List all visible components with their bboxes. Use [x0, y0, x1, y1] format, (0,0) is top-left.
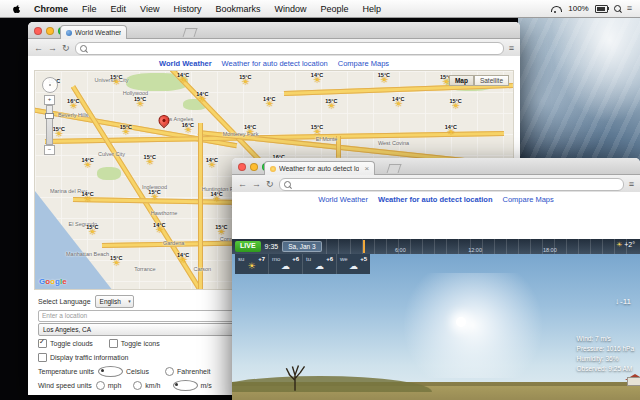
tab-world-weather[interactable]: World Weather: [60, 25, 127, 39]
new-tab-button[interactable]: [387, 164, 402, 173]
forward-icon[interactable]: →: [48, 44, 57, 53]
checkbox-checked-icon: [38, 339, 47, 348]
nav-link-world-weather[interactable]: World Weather: [318, 195, 368, 204]
menu-bar: ChromeFileEditViewHistoryBookmarksWindow…: [0, 0, 640, 18]
weather-marker[interactable]: 14°C☀: [177, 252, 189, 265]
menu-window[interactable]: Window: [267, 4, 313, 14]
forecast-day-mo[interactable]: mo+6☁: [269, 254, 303, 274]
weather-marker[interactable]: 14°C☀: [311, 71, 323, 84]
live-button[interactable]: LIVE: [235, 241, 261, 251]
timeline-cursor[interactable]: [363, 240, 365, 253]
forecast-day-we[interactable]: we+5☁: [337, 254, 370, 274]
toggle-icons-checkbox[interactable]: Toggle icons: [109, 339, 160, 348]
forward-icon[interactable]: →: [252, 180, 261, 189]
menu-history[interactable]: History: [166, 4, 208, 14]
window-titlebar[interactable]: World Weather: [28, 22, 520, 39]
traffic-checkbox[interactable]: Display traffic information: [38, 353, 128, 362]
wind-option-kmh[interactable]: km/h: [133, 381, 160, 390]
forecast-day-su[interactable]: su+7☀: [235, 254, 269, 274]
nav-link-compare-maps[interactable]: Compare Maps: [502, 195, 553, 204]
weather-marker[interactable]: 14°C☀: [445, 123, 457, 136]
window-titlebar[interactable]: Weather for auto detect lo ×: [232, 158, 640, 175]
nav-link-world-weather[interactable]: World Weather: [159, 59, 212, 68]
language-select[interactable]: English ▾: [95, 295, 134, 308]
zoom-slider-handle[interactable]: [45, 113, 54, 119]
forecast-panel: su+7☀mo+6☁tu+6☁we+5☁: [235, 254, 370, 274]
reload-icon[interactable]: ↻: [266, 180, 274, 189]
close-window-button[interactable]: [238, 163, 246, 171]
notification-center-icon[interactable]: ≡: [627, 4, 632, 13]
forecast-day-tu[interactable]: tu+6☁: [303, 254, 337, 274]
weather-marker[interactable]: 16°C☀: [67, 97, 79, 110]
menu-view[interactable]: View: [133, 4, 166, 14]
nav-link-compare-maps[interactable]: Compare Maps: [338, 59, 389, 68]
battery-icon: [595, 5, 608, 13]
chrome-menu-icon[interactable]: ≡: [629, 180, 634, 189]
weather-marker[interactable]: 15°C☀: [239, 73, 251, 86]
back-icon[interactable]: ←: [34, 44, 43, 53]
weather-marker[interactable]: 14°C☀: [206, 156, 218, 169]
zoom-out-button[interactable]: −: [44, 145, 55, 155]
nav-link-weather-for-auto-detect-location[interactable]: Weather for auto detect location: [378, 195, 492, 204]
page-content: World WeatherWeather for auto detect loc…: [232, 192, 640, 400]
address-bar[interactable]: [279, 178, 624, 191]
back-icon[interactable]: ←: [238, 180, 247, 189]
weather-marker[interactable]: 15°C☀: [110, 73, 122, 86]
weather-marker[interactable]: 14°C☀: [153, 221, 165, 234]
reload-icon[interactable]: ↻: [62, 44, 70, 53]
weather-marker[interactable]: 14°C☀: [81, 191, 93, 204]
weather-marker[interactable]: 15°C☀: [378, 71, 390, 84]
close-window-button[interactable]: [34, 27, 42, 35]
map-pan-control[interactable]: [42, 77, 58, 93]
weather-marker[interactable]: 15°C☀: [449, 97, 461, 110]
auto-detect-weather-window: Weather for auto detect lo × ← → ↻ ≡ Wor…: [232, 158, 640, 400]
date-tab[interactable]: Sa, Jan 3: [282, 241, 321, 252]
wifi-icon[interactable]: [551, 6, 562, 12]
zoom-slider[interactable]: [46, 105, 53, 145]
spotlight-icon[interactable]: [614, 5, 621, 12]
weather-marker[interactable]: 15°C☀: [325, 97, 337, 110]
weather-marker[interactable]: 14°C☀: [177, 71, 189, 84]
toggle-clouds-checkbox[interactable]: Toggle clouds: [38, 339, 93, 348]
weather-marker[interactable]: 15°C☀: [148, 189, 160, 202]
menu-chrome[interactable]: Chrome: [27, 4, 75, 14]
wind-option-mph[interactable]: mph: [96, 381, 122, 390]
weather-marker[interactable]: 15°C☀: [120, 123, 132, 136]
menu-file[interactable]: File: [75, 4, 104, 14]
tab-close-icon[interactable]: ×: [364, 165, 369, 173]
address-bar[interactable]: [75, 42, 504, 55]
celsius-radio[interactable]: Celsius: [98, 366, 149, 377]
weather-marker[interactable]: 14°C☀: [263, 95, 275, 108]
new-tab-button[interactable]: [183, 28, 198, 37]
menu-people[interactable]: People: [313, 4, 355, 14]
timeline[interactable]: ☀ +2° 6:0012:0018:00: [326, 239, 637, 254]
satellite-button[interactable]: Satellite: [474, 75, 509, 86]
weather-marker[interactable]: 15°C☀: [311, 123, 323, 136]
minimize-window-button[interactable]: [250, 163, 258, 171]
map-button[interactable]: Map: [449, 75, 474, 86]
weather-marker[interactable]: 15°C☀: [134, 95, 146, 108]
wind-option-ms[interactable]: m/s: [173, 380, 212, 391]
chrome-menu-icon[interactable]: ≡: [509, 44, 514, 53]
night-temp-value: -11: [620, 297, 631, 306]
menu-bookmarks[interactable]: Bookmarks: [208, 4, 267, 14]
weather-marker[interactable]: 14°C☀: [81, 156, 93, 169]
menu-edit[interactable]: Edit: [104, 4, 134, 14]
weather-marker[interactable]: 15°C☀: [215, 224, 227, 237]
tab-weather-auto-detect[interactable]: Weather for auto detect lo ×: [264, 161, 375, 175]
weather-marker[interactable]: 14°C☀: [244, 123, 256, 136]
weather-marker[interactable]: 15°C☀: [144, 154, 156, 167]
weather-marker[interactable]: 15°C☀: [86, 224, 98, 237]
apple-menu[interactable]: [6, 4, 27, 14]
weather-marker[interactable]: 14°C☀: [210, 191, 222, 204]
fahrenheit-radio[interactable]: Fahrenheit: [165, 367, 210, 376]
weather-marker[interactable]: 15°C☀: [110, 254, 122, 267]
forecast-temp: +6: [292, 256, 299, 262]
weather-marker[interactable]: 16°C☀: [182, 121, 194, 134]
nav-link-weather-for-auto-detect-location[interactable]: Weather for auto detect location: [222, 59, 328, 68]
menu-help[interactable]: Help: [355, 4, 388, 14]
weather-marker[interactable]: 14°C☀: [392, 95, 404, 108]
zoom-in-button[interactable]: +: [44, 95, 55, 105]
weather-marker[interactable]: 14°C☀: [196, 91, 208, 104]
minimize-window-button[interactable]: [46, 27, 54, 35]
